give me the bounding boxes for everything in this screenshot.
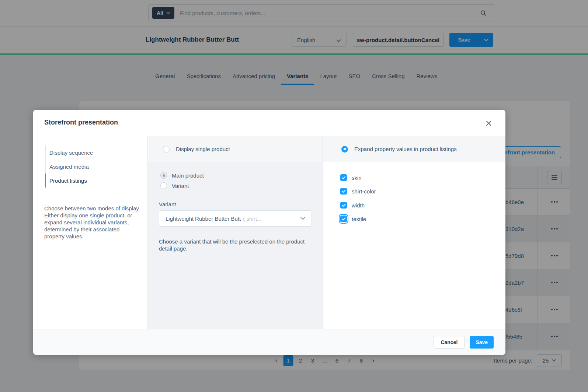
property-option-skin: skin — [340, 174, 362, 181]
width-checkbox[interactable] — [340, 202, 347, 209]
skin-checkbox[interactable] — [340, 174, 347, 181]
modal-title: Storefront presentation — [44, 119, 118, 126]
sidebar-item-assigned-media[interactable]: Assigned media — [45, 160, 140, 174]
close-icon[interactable] — [485, 119, 492, 127]
variant-field-label: Variant — [159, 201, 176, 207]
cancel-button[interactable]: Cancel — [434, 336, 465, 349]
main-product-radio[interactable] — [160, 172, 167, 179]
variant-select-value: Lightweight Rubber Butter Butt — [166, 216, 241, 222]
modal-nav: Display sequence Assigned media Product … — [33, 136, 147, 329]
textile-checkbox[interactable] — [340, 216, 347, 222]
expand-properties-radio[interactable] — [341, 146, 348, 153]
variant-select-suffix: ( shirt... — [243, 216, 261, 222]
sidebar-item-display-sequence[interactable]: Display sequence — [45, 146, 140, 160]
single-product-section: Display single product Main product Vari… — [147, 136, 323, 329]
property-option-textile: textile — [340, 216, 366, 222]
variant-option: Variant — [160, 182, 189, 189]
modal-body: Display sequence Assigned media Product … — [33, 136, 505, 329]
check-icon — [342, 204, 346, 207]
screen: All Lightweight Rubber Butter Butt Engli… — [0, 0, 588, 392]
single-product-header: Display single product — [148, 136, 323, 162]
expand-properties-section: Expand property values in product listin… — [323, 136, 505, 329]
property-label: width — [352, 202, 365, 209]
check-icon — [342, 176, 346, 179]
property-label: shirt-color — [352, 188, 376, 195]
sidebar-item-product-listings[interactable]: Product listings — [45, 174, 140, 188]
variant-help-text: Choose a variant that will be the presel… — [159, 238, 306, 252]
check-icon — [342, 190, 346, 193]
property-option-shirt-color: shirt-color — [340, 188, 376, 195]
mode-description: Choose between two modes of display. Eit… — [44, 205, 141, 240]
property-option-width: width — [340, 202, 365, 209]
property-label: skin — [352, 175, 362, 181]
main-product-label: Main product — [172, 172, 204, 179]
modal-header: Storefront presentation — [33, 110, 505, 136]
variant-radio-label: Variant — [172, 183, 189, 189]
chevron-down-icon — [300, 217, 305, 220]
property-label: textile — [352, 216, 366, 222]
variant-radio[interactable] — [160, 182, 167, 189]
check-icon — [342, 217, 346, 221]
shirt-color-checkbox[interactable] — [340, 188, 347, 195]
modal-footer: Cancel Save — [33, 329, 505, 355]
storefront-presentation-modal: Storefront presentation Display sequence… — [33, 110, 505, 355]
expand-properties-header: Expand property values in product listin… — [323, 136, 505, 162]
variant-select[interactable]: Lightweight Rubber Butter Butt ( shirt..… — [159, 210, 312, 227]
single-product-radio[interactable] — [163, 146, 170, 153]
single-product-header-label: Display single product — [176, 146, 230, 152]
main-product-option: Main product — [160, 172, 204, 179]
save-button[interactable]: Save — [470, 336, 494, 349]
modal-nav-list: Display sequence Assigned media Product … — [45, 146, 140, 188]
expand-properties-header-label: Expand property values in product listin… — [354, 146, 457, 152]
